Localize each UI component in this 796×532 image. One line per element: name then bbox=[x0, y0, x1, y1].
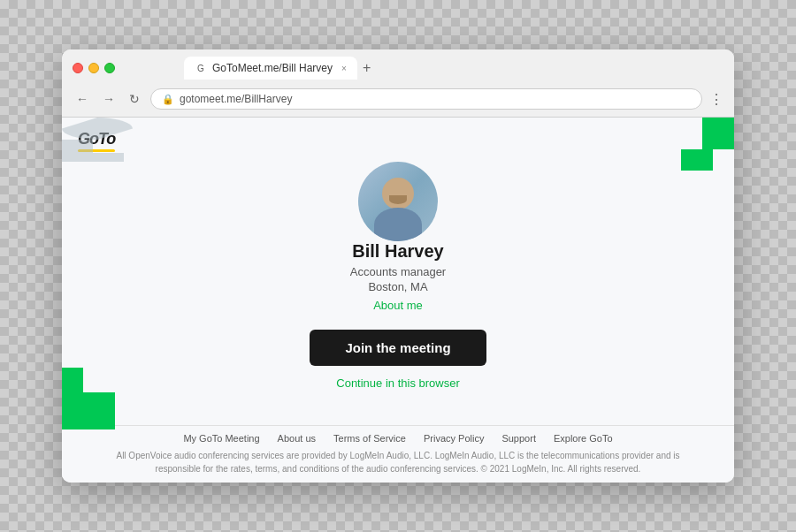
tab-close-button[interactable]: × bbox=[341, 64, 347, 73]
footer-link-support[interactable]: Support bbox=[501, 433, 536, 444]
forward-button[interactable]: → bbox=[99, 90, 119, 108]
title-bar: G GoToMeet.me/Bill Harvey × + bbox=[62, 49, 734, 85]
page-content: GoTo Bill Harvey Accounts manager Boston… bbox=[62, 118, 734, 483]
continue-in-browser-link[interactable]: Continue in this browser bbox=[336, 376, 459, 390]
footer-link-privacy[interactable]: Privacy Policy bbox=[424, 433, 484, 444]
avatar-body bbox=[374, 208, 422, 241]
user-job-title: Accounts manager bbox=[350, 265, 446, 278]
tab-bar: G GoToMeet.me/Bill Harvey × + bbox=[173, 57, 381, 80]
footer-link-explore[interactable]: Explore GoTo bbox=[554, 433, 613, 444]
footer-links: My GoTo Meeting About us Terms of Servic… bbox=[62, 433, 734, 444]
page-footer: My GoTo Meeting About us Terms of Servic… bbox=[62, 425, 734, 483]
footer-link-about[interactable]: About us bbox=[278, 433, 316, 444]
user-location: Boston, MA bbox=[368, 280, 427, 293]
user-name: Bill Harvey bbox=[352, 241, 443, 262]
new-tab-button[interactable]: + bbox=[363, 60, 371, 76]
back-button[interactable]: ← bbox=[73, 90, 92, 108]
avatar bbox=[358, 162, 438, 241]
footer-link-my-gotomeeting[interactable]: My GoTo Meeting bbox=[183, 433, 259, 444]
gray-shape-top-left bbox=[62, 118, 133, 140]
url-bar[interactable]: 🔒 gotomeet.me/BillHarvey bbox=[150, 88, 702, 110]
avatar-head bbox=[382, 178, 414, 209]
tab-favicon: G bbox=[195, 62, 207, 74]
close-window-button[interactable] bbox=[73, 63, 83, 73]
address-bar: ← → ↻ 🔒 gotomeet.me/BillHarvey ⋮ bbox=[62, 85, 734, 117]
footer-link-terms[interactable]: Terms of Service bbox=[333, 433, 406, 444]
browser-menu-button[interactable]: ⋮ bbox=[709, 91, 723, 108]
about-me-link[interactable]: About me bbox=[373, 299, 423, 312]
url-text: gotomeet.me/BillHarvey bbox=[180, 93, 292, 105]
browser-window: G GoToMeet.me/Bill Harvey × + ← → ↻ 🔒 go… bbox=[62, 49, 734, 483]
avatar-beard bbox=[389, 195, 407, 204]
maximize-window-button[interactable] bbox=[104, 63, 115, 73]
profile-card: Bill Harvey Accounts manager Boston, MA … bbox=[62, 162, 734, 425]
lock-icon: 🔒 bbox=[162, 94, 174, 105]
footer-legal-text: All OpenVoice audio conferencing service… bbox=[62, 449, 734, 475]
avatar-person bbox=[358, 162, 438, 241]
active-tab[interactable]: G GoToMeet.me/Bill Harvey × bbox=[184, 57, 357, 80]
join-meeting-button[interactable]: Join the meeting bbox=[310, 330, 486, 366]
minimize-window-button[interactable] bbox=[88, 63, 99, 73]
refresh-button[interactable]: ↻ bbox=[126, 90, 143, 108]
tab-title: GoToMeet.me/Bill Harvey bbox=[212, 62, 333, 74]
browser-chrome: G GoToMeet.me/Bill Harvey × + ← → ↻ 🔒 go… bbox=[62, 49, 734, 118]
